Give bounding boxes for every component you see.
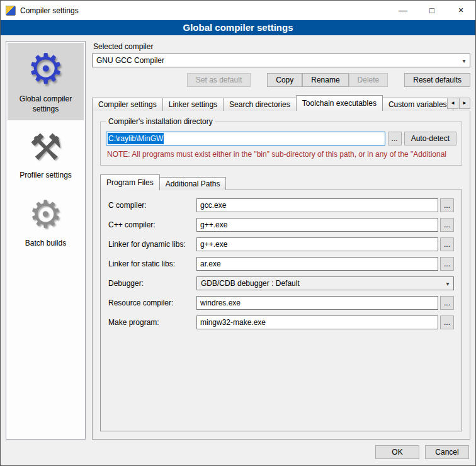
bin-subdirectory-note: NOTE: All programs must exist either in … (107, 150, 456, 159)
sidebar-item-batch-builds[interactable]: ⚙ Batch builds (8, 191, 84, 255)
app-icon (6, 6, 16, 16)
c-compiler-input[interactable] (196, 198, 438, 212)
installation-directory-input[interactable]: C:\raylib\MinGW (106, 132, 385, 145)
linker-dynamic-browse-button[interactable]: ... (440, 237, 454, 251)
selected-compiler-select[interactable]: GNU GCC Compiler ▾ (92, 54, 470, 67)
cpp-compiler-input[interactable] (196, 218, 438, 232)
page-title: Global compiler settings (1, 20, 475, 35)
tab-toolchain-executables[interactable]: Toolchain executables (296, 95, 383, 111)
c-compiler-browse-button[interactable]: ... (440, 198, 454, 212)
content-area: ⚙ Global compiler settings ⚒ Profiler se… (1, 35, 475, 440)
settings-tabstrip: Compiler settings Linker settings Search… (92, 95, 470, 111)
field-row-linker-static: Linker for static libs: ... (108, 257, 454, 271)
resource-compiler-label: Resource compiler: (108, 298, 196, 307)
cpp-compiler-browse-button[interactable]: ... (440, 218, 454, 232)
field-row-cpp-compiler: C++ compiler: ... (108, 218, 454, 232)
close-icon: × (458, 5, 463, 15)
delete-button[interactable]: Delete (349, 73, 388, 87)
reset-defaults-button[interactable]: Reset defaults (404, 73, 470, 87)
set-as-default-button[interactable]: Set as default (187, 73, 251, 87)
make-program-browse-button[interactable]: ... (440, 315, 454, 329)
global-compiler-gear-icon: ⚙ (10, 48, 81, 89)
copy-button[interactable]: Copy (267, 73, 302, 87)
make-program-label: Make program: (108, 318, 196, 327)
tab-search-directories[interactable]: Search directories (223, 98, 297, 111)
minimize-button[interactable]: — (388, 1, 417, 20)
compiler-buttons-row: Set as default Copy Rename Delete Reset … (92, 73, 470, 87)
field-row-resource-compiler: Resource compiler: ... (108, 296, 454, 310)
tab-custom-variables[interactable]: Custom variables (382, 98, 453, 111)
sidebar-item-global-compiler-settings[interactable]: ⚙ Global compiler settings (8, 43, 84, 120)
field-row-debugger: Debugger: GDB/CDB debugger : Default ▾ (108, 276, 454, 290)
tab-linker-settings[interactable]: Linker settings (162, 98, 224, 111)
tab-compiler-settings[interactable]: Compiler settings (92, 98, 163, 111)
installation-directory-legend: Compiler's installation directory (106, 117, 215, 126)
tab-scroll-left-icon[interactable]: ◄ (447, 98, 458, 109)
dialog-footer: OK Cancel (1, 440, 475, 465)
debugger-label: Debugger: (108, 279, 196, 288)
maximize-button[interactable]: □ (417, 1, 446, 20)
debugger-value: GDB/CDB debugger : Default (201, 279, 442, 288)
chevron-down-icon: ▾ (458, 57, 470, 64)
selected-compiler-label: Selected compiler (93, 42, 470, 51)
close-button[interactable]: × (446, 1, 475, 20)
c-compiler-label: C compiler: (108, 201, 196, 210)
titlebar: Compiler settings — □ × (1, 1, 475, 20)
linker-static-browse-button[interactable]: ... (440, 257, 454, 271)
selected-compiler-value: GNU GCC Compiler (96, 56, 458, 65)
debugger-select[interactable]: GDB/CDB debugger : Default ▾ (196, 276, 454, 290)
cancel-button[interactable]: Cancel (425, 445, 469, 459)
make-program-input[interactable] (196, 315, 438, 329)
spacer (251, 73, 267, 87)
rename-button[interactable]: Rename (302, 73, 348, 87)
linker-static-input[interactable] (196, 257, 438, 271)
field-row-make-program: Make program: ... (108, 315, 454, 329)
linker-dynamic-label: Linker for dynamic libs: (108, 240, 196, 249)
installation-directory-row: C:\raylib\MinGW ... Auto-detect (106, 132, 456, 145)
maximize-icon: □ (429, 6, 434, 15)
auto-detect-button[interactable]: Auto-detect (404, 132, 456, 145)
linker-dynamic-input[interactable] (196, 237, 438, 251)
tab-additional-paths[interactable]: Additional Paths (159, 177, 227, 190)
resource-compiler-input[interactable] (196, 296, 438, 310)
batch-builds-gear-icon: ⚙ (10, 196, 81, 234)
sidebar-item-label: Global compiler settings (10, 94, 81, 114)
compiler-settings-window: Compiler settings — □ × Global compiler … (0, 0, 476, 466)
sidebar-item-profiler-settings[interactable]: ⚒ Profiler settings (8, 124, 84, 187)
ok-button[interactable]: OK (375, 445, 419, 459)
sidebar-item-label: Profiler settings (10, 171, 81, 181)
tab-scroll-right-icon[interactable]: ► (459, 98, 470, 109)
installation-directory-browse-button[interactable]: ... (388, 132, 402, 145)
sidebar-item-label: Batch builds (10, 239, 81, 249)
program-files-page: C compiler: ... C++ compiler: ... Linker… (100, 190, 462, 431)
installation-directory-group: Compiler's installation directory C:\ray… (100, 117, 462, 166)
toolchain-executables-page: Compiler's installation directory C:\ray… (92, 110, 470, 440)
chevron-down-icon: ▾ (442, 280, 453, 287)
field-row-c-compiler: C compiler: ... (108, 198, 454, 212)
program-files-tabstrip: Program Files Additional Paths (100, 174, 462, 190)
linker-static-label: Linker for static libs: (108, 259, 196, 268)
installation-directory-value: C:\raylib\MinGW (108, 133, 164, 144)
settings-sidebar: ⚙ Global compiler settings ⚒ Profiler se… (6, 41, 86, 440)
field-row-linker-dynamic: Linker for dynamic libs: ... (108, 237, 454, 251)
profiler-hammer-icon: ⚒ (10, 129, 81, 166)
cpp-compiler-label: C++ compiler: (108, 220, 196, 229)
minimize-icon: — (399, 5, 407, 15)
resource-compiler-browse-button[interactable]: ... (440, 296, 454, 310)
window-title: Compiler settings (20, 6, 388, 15)
main-panel: Selected compiler GNU GCC Compiler ▾ Set… (92, 41, 470, 440)
tab-program-files[interactable]: Program Files (100, 174, 160, 190)
tab-scroll-arrows: ◄ ► (447, 98, 470, 109)
spacer (388, 73, 404, 87)
